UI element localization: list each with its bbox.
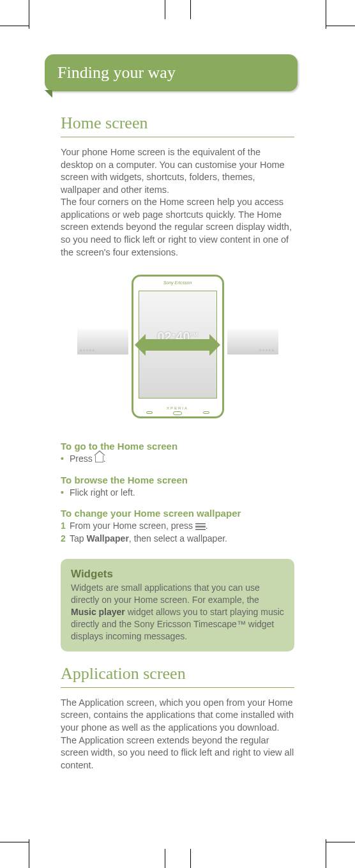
widgets-callout-text: Widgets are small applications that you … (71, 582, 284, 642)
section-title-home: Home screen (61, 114, 294, 137)
home-screen-description: Your phone Home screen is the equivalent… (61, 146, 294, 259)
phone-frame: Sony Ericsson 02:40PM XPERIA (132, 275, 224, 418)
section-title-application: Application screen (61, 664, 294, 688)
phone-sub-brand: XPERIA (133, 406, 222, 410)
sub-heading-browse-home: To browse the Home screen (61, 475, 294, 485)
instruction-goto-home: • Press . (61, 453, 294, 466)
document-page: Finding your way Home screen Your phone … (38, 35, 317, 833)
swipe-arrow-icon (146, 339, 209, 351)
instruction-wallpaper-step1: 1 From your Home screen, press . (61, 520, 294, 533)
phone-brand-label: Sony Ericsson (133, 280, 222, 285)
menu-icon (195, 523, 206, 531)
instruction-browse-home: • Flick right or left. (61, 487, 294, 499)
home-icon (95, 455, 103, 462)
instruction-wallpaper-step2: 2 Tap Wallpaper, then select a wallpaper… (61, 533, 294, 545)
phone-screen: 02:40PM (139, 291, 217, 399)
widgets-callout-title: Widgets (71, 568, 284, 581)
application-screen-description: The Application screen, which you open f… (61, 697, 294, 772)
sub-heading-change-wallpaper: To change your Home screen wallpaper (61, 508, 294, 519)
chapter-title: Finding your way (57, 63, 176, 82)
chapter-header: Finding your way (45, 54, 298, 91)
widgets-callout: Widgets Widgets are small applications t… (61, 559, 294, 651)
phone-illustration: ▫▫▫▫▫ ▫▫▫▫▫ Sony Ericsson 02:40PM XPERIA (61, 275, 294, 418)
